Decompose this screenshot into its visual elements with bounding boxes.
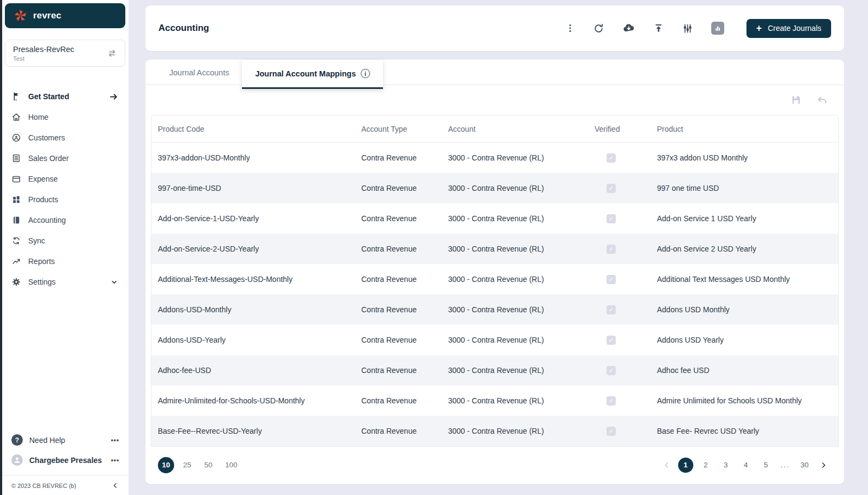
- refresh-icon[interactable]: [593, 23, 604, 34]
- table-row[interactable]: Adhoc-fee-USD Contra Revenue 3000 - Cont…: [151, 355, 838, 385]
- cloud-download-icon[interactable]: [622, 22, 635, 35]
- cell-product: Adhoc fee USD: [650, 366, 838, 375]
- chevron-down-icon: [110, 278, 119, 287]
- user-name: Chargebee Presales: [29, 456, 102, 465]
- cell-product: Add-on Service 2 USD Yearly: [650, 245, 838, 253]
- cell-account-type: Contra Revenue: [355, 153, 442, 162]
- switch-workspace-icon[interactable]: [107, 48, 117, 59]
- info-icon[interactable]: i: [361, 69, 370, 78]
- sidebar-item-products[interactable]: Products: [2, 189, 129, 210]
- cell-product: Additional Text Messages USD Monthly: [650, 275, 838, 284]
- verified-checkbox[interactable]: ✓: [607, 275, 616, 284]
- reports-icon: [11, 256, 21, 266]
- filter-sliders-icon[interactable]: [682, 23, 693, 34]
- collapse-sidebar-icon[interactable]: [111, 481, 119, 490]
- ellipsis-icon[interactable]: •••: [111, 436, 119, 444]
- page-header: Accounting: [145, 5, 844, 51]
- cell-product-code: Add-on-Service-2-USD-Yearly: [151, 245, 355, 253]
- cell-account-type: Contra Revenue: [355, 396, 442, 405]
- verified-checkbox[interactable]: ✓: [607, 305, 616, 314]
- sidebar-item-customers[interactable]: Customers: [2, 127, 129, 148]
- ellipsis-icon[interactable]: •••: [111, 457, 119, 464]
- sidebar-item-home[interactable]: Home: [2, 107, 129, 127]
- tab-journal-accounts[interactable]: Journal Accounts: [156, 60, 242, 85]
- sidebar-item-label: Get Started: [28, 92, 69, 101]
- cell-account: 3000 - Contra Revenue (RL): [442, 366, 588, 375]
- page-number[interactable]: 30: [797, 458, 812, 473]
- verified-checkbox[interactable]: ✓: [607, 184, 616, 193]
- page-navigator: 12345...30: [660, 458, 830, 473]
- undo-icon[interactable]: [816, 94, 828, 106]
- accounting-icon: [11, 215, 21, 225]
- page-ellipsis: ...: [778, 458, 792, 473]
- next-page-icon[interactable]: [817, 461, 830, 470]
- cell-account: 3000 - Contra Revenue (RL): [442, 305, 588, 314]
- page-size-option[interactable]: 10: [158, 457, 174, 473]
- table-row[interactable]: Admire-Unlimited-for-Schools-USD-Monthly…: [151, 385, 838, 416]
- sidebar-item-sync[interactable]: Sync: [2, 230, 129, 251]
- sidebar: revrec Presales-RevRec Test: [2, 0, 129, 495]
- table-row[interactable]: Base-Fee--Revrec-USD-Yearly Contra Reven…: [151, 416, 838, 446]
- user-profile-item[interactable]: Chargebee Presales •••: [2, 450, 129, 470]
- table-row[interactable]: Add-on-Service-2-USD-Yearly Contra Reven…: [151, 234, 838, 264]
- table-row[interactable]: Additional-Text-Messages-USD-Monthly Con…: [151, 264, 838, 294]
- sidebar-item-sales-order[interactable]: Sales Order: [2, 148, 129, 169]
- column-header-product: Product: [650, 125, 838, 133]
- cell-product-code: Additional-Text-Messages-USD-Monthly: [151, 275, 355, 284]
- sidebar-item-get-started[interactable]: Get Started: [2, 86, 129, 107]
- column-header-account: Account: [442, 125, 588, 133]
- tab-journal-account-mappings[interactable]: Journal Account Mappings i: [242, 60, 383, 89]
- verified-checkbox[interactable]: ✓: [607, 366, 616, 375]
- workspace-switcher[interactable]: Presales-RevRec Test: [5, 40, 125, 67]
- page-size-option[interactable]: 50: [200, 457, 216, 473]
- table-row[interactable]: 997-one-time-USD Contra Revenue 3000 - C…: [151, 173, 838, 203]
- page-number[interactable]: 3: [718, 458, 733, 473]
- create-journals-button[interactable]: + Create Journals: [746, 19, 831, 38]
- page-number[interactable]: 1: [678, 458, 693, 473]
- verified-checkbox[interactable]: ✓: [607, 427, 616, 436]
- verified-checkbox[interactable]: ✓: [607, 245, 616, 254]
- cell-product-code: 397x3-addon-USD-Monthly: [151, 153, 355, 162]
- cell-account-type: Contra Revenue: [355, 184, 442, 192]
- verified-checkbox[interactable]: ✓: [607, 153, 616, 163]
- prev-page-icon[interactable]: [660, 461, 673, 470]
- verified-checkbox[interactable]: ✓: [607, 336, 616, 345]
- cell-product-code: Adhoc-fee-USD: [151, 366, 355, 375]
- table-row[interactable]: Add-on-Service-1-USD-Yearly Contra Reven…: [151, 203, 838, 234]
- page-number[interactable]: 2: [698, 458, 713, 473]
- page-size-option[interactable]: 100: [221, 457, 241, 473]
- kebab-menu-icon[interactable]: [565, 23, 575, 33]
- need-help-item[interactable]: ? Need Help •••: [2, 430, 129, 450]
- sidebar-item-label: Sales Order: [28, 154, 69, 163]
- table-row[interactable]: 397x3-addon-USD-Monthly Contra Revenue 3…: [151, 143, 838, 173]
- cell-account: 3000 - Contra Revenue (RL): [442, 427, 588, 435]
- cell-product-code: Admire-Unlimited-for-Schools-USD-Monthly: [151, 396, 355, 405]
- verified-checkbox[interactable]: ✓: [607, 214, 616, 223]
- sidebar-item-label: Settings: [28, 278, 56, 286]
- arrow-right-icon: [108, 92, 119, 102]
- page-title: Accounting: [158, 23, 209, 34]
- cell-account: 3000 - Contra Revenue (RL): [442, 184, 588, 192]
- upload-icon[interactable]: [653, 23, 664, 34]
- workspace-name: Presales-RevRec: [13, 45, 74, 54]
- cell-account-type: Contra Revenue: [355, 305, 442, 314]
- main-area: Accounting: [129, 0, 868, 495]
- page-size-option[interactable]: 25: [179, 457, 195, 473]
- brand-logo[interactable]: revrec: [5, 3, 125, 28]
- page-number[interactable]: 4: [738, 458, 754, 473]
- plus-icon: +: [756, 23, 762, 33]
- cell-account-type: Contra Revenue: [355, 275, 442, 284]
- verified-checkbox[interactable]: ✓: [607, 396, 616, 406]
- sidebar-item-expense[interactable]: Expense: [2, 169, 129, 189]
- flag-icon: [11, 92, 21, 101]
- table-row[interactable]: Addons-USD-Monthly Contra Revenue 3000 -…: [151, 294, 838, 325]
- sidebar-item-settings[interactable]: Settings: [2, 272, 129, 292]
- page-number[interactable]: 5: [758, 458, 774, 473]
- sidebar-item-reports[interactable]: Reports: [2, 251, 129, 272]
- cell-account: 3000 - Contra Revenue (RL): [442, 214, 588, 223]
- chart-toggle-icon[interactable]: [711, 22, 724, 35]
- sidebar-item-accounting[interactable]: Accounting: [2, 210, 129, 230]
- table-row[interactable]: Addons-USD-Yearly Contra Revenue 3000 - …: [151, 325, 838, 355]
- column-header-verified: Verified: [588, 125, 650, 133]
- save-icon[interactable]: [790, 94, 802, 106]
